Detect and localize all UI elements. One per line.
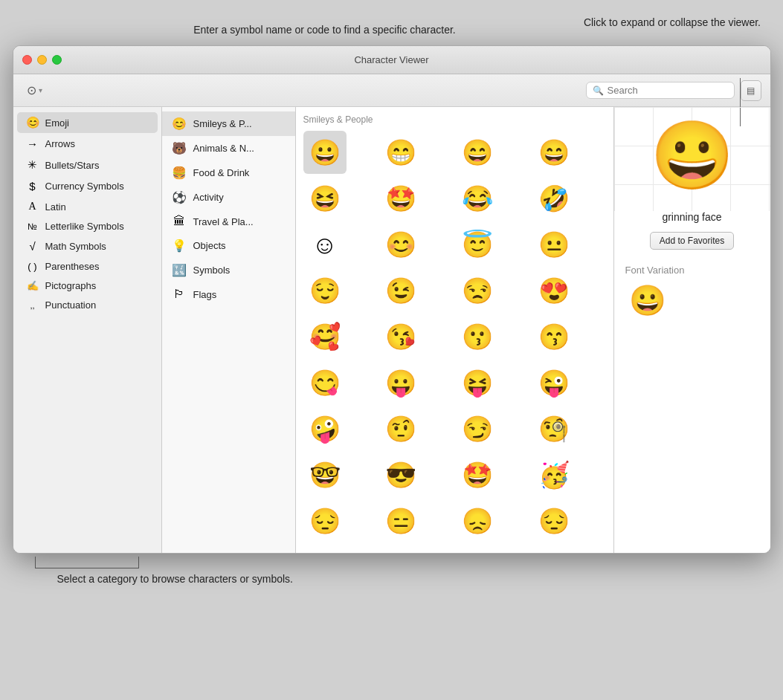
emoji-cell[interactable]: 😝 [456, 361, 499, 404]
detail-emoji: 😀 [651, 122, 734, 189]
currency-icon: $ [26, 180, 39, 192]
emoji-cell[interactable]: 😒 [456, 269, 499, 312]
add-to-favorites-button[interactable]: Add to Favorites [650, 232, 734, 250]
emoji-cell[interactable]: 😎 [379, 453, 422, 496]
emoji-cell[interactable]: 🤩 [379, 177, 422, 220]
emoji-cell[interactable]: 😀 [303, 131, 347, 174]
sidebar-item-letterlike[interactable]: № Letterlike Symbols [17, 217, 158, 236]
character-viewer-window: Character Viewer ⊙ ▾ 🔍 ▤ 😊 Emoji → Arrow… [13, 45, 771, 554]
detail-character-name: grinning face [662, 211, 721, 223]
close-button[interactable] [22, 55, 32, 65]
annotation-arrow [740, 78, 741, 126]
maximize-button[interactable] [52, 55, 62, 65]
menu-button[interactable]: ⊙ ▾ [22, 81, 47, 100]
cat-item-food[interactable]: 🍔 Food & Drink [162, 161, 295, 185]
expand-icon: ▤ [747, 85, 755, 96]
search-icon: 🔍 [593, 85, 604, 96]
emoji-cell[interactable]: 😜 [532, 361, 576, 404]
sidebar-label-punctuation: Punctuation [45, 299, 97, 311]
emoji-cell[interactable]: 😆 [303, 177, 347, 220]
sidebar-item-emoji[interactable]: 😊 Emoji [17, 112, 158, 133]
cat-item-symbols[interactable]: 🔣 Symbols [162, 258, 295, 282]
emoji-cell[interactable]: 😑 [379, 499, 422, 542]
flags-cat-icon: 🏳 [171, 288, 187, 301]
emoji-cell[interactable]: 🤨 [379, 407, 422, 450]
emoji-cell[interactable]: 😞 [456, 499, 499, 542]
sidebar-label-parentheses: Parentheses [45, 261, 100, 272]
bullets-icon: ✳ [26, 158, 39, 172]
expand-collapse-button[interactable]: ▤ [741, 80, 761, 101]
activity-cat-icon: ⚽ [171, 190, 187, 204]
content-area: 😊 Emoji → Arrows ✳ Bullets/Stars $ Curre… [13, 107, 770, 553]
annotation-category-browse: Select a category to browse characters o… [57, 571, 293, 587]
font-variation-title: Font Variation [625, 265, 685, 276]
emoji-cell[interactable]: ☺️ [303, 223, 347, 266]
cat-item-objects[interactable]: 💡 Objects [162, 233, 295, 258]
parentheses-icon: ( ) [26, 261, 39, 272]
cat-label-objects: Objects [193, 240, 226, 251]
objects-cat-icon: 💡 [171, 239, 187, 253]
emoji-cell[interactable]: 😇 [456, 223, 499, 266]
emoji-cell[interactable]: 😗 [456, 315, 499, 358]
cat-label-flags: Flags [193, 289, 217, 300]
emoji-cell[interactable]: 🤓 [303, 453, 347, 496]
sidebar-item-math[interactable]: √ Math Symbols [17, 236, 158, 256]
emoji-cell[interactable]: 🤪 [303, 407, 347, 450]
sidebar-label-math: Math Symbols [45, 241, 106, 252]
emoji-cell[interactable]: 😉 [379, 269, 422, 312]
emoji-grid: 😀 😁 😄 😄 😆 🤩 😂 🤣 ☺️ 😊 😇 😐 😌 😉 😒 😍 [303, 131, 606, 542]
emoji-cell[interactable]: 😘 [379, 315, 422, 358]
sidebar-label-emoji: Emoji [45, 117, 70, 129]
cat-item-flags[interactable]: 🏳 Flags [162, 282, 295, 306]
cat-label-symbols: Symbols [193, 265, 231, 276]
emoji-cell[interactable]: 😊 [379, 223, 422, 266]
emoji-cell[interactable]: 😄 [456, 131, 499, 174]
emoji-cell[interactable]: 🤩 [456, 453, 499, 496]
pictographs-icon: ✍ [26, 280, 39, 291]
emoji-cell[interactable]: 😄 [532, 131, 576, 174]
emoji-cell[interactable]: 😂 [456, 177, 499, 220]
sidebar-label-letterlike: Letterlike Symbols [45, 221, 124, 232]
cat-item-travel[interactable]: 🏛 Travel & Pla... [162, 210, 295, 233]
sidebar-left: 😊 Emoji → Arrows ✳ Bullets/Stars $ Curre… [13, 107, 162, 553]
emoji-cell[interactable]: 😏 [456, 407, 499, 450]
font-variation-emoji[interactable]: 😀 [629, 283, 666, 318]
sidebar-label-latin: Latin [45, 201, 66, 213]
sidebar-item-arrows[interactable]: → Arrows [17, 134, 158, 154]
emoji-cell[interactable]: 🥳 [532, 453, 576, 496]
emoji-cell[interactable]: 😙 [532, 315, 576, 358]
emoji-cell[interactable]: 😌 [303, 269, 347, 312]
sidebar-item-pictographs[interactable]: ✍ Pictographs [17, 276, 158, 295]
traffic-lights [22, 55, 62, 65]
sidebar-item-currency[interactable]: $ Currency Symbols [17, 176, 158, 196]
emoji-cell[interactable]: 😐 [532, 223, 576, 266]
sidebar-label-currency: Currency Symbols [45, 181, 124, 192]
cat-label-food: Food & Drink [193, 167, 250, 178]
emoji-cell[interactable]: 😍 [532, 269, 576, 312]
emoji-cell[interactable]: 😔 [532, 499, 576, 542]
emoji-cell[interactable]: 🧐 [532, 407, 576, 450]
window-title: Character Viewer [354, 54, 428, 65]
cat-item-animals[interactable]: 🐻 Animals & N... [162, 136, 295, 161]
sidebar-item-latin[interactable]: A Latin [17, 197, 158, 216]
sidebar-item-bullets[interactable]: ✳ Bullets/Stars [17, 155, 158, 175]
sidebar-label-pictographs: Pictographs [45, 280, 97, 291]
food-cat-icon: 🍔 [171, 166, 187, 180]
cat-item-activity[interactable]: ⚽ Activity [162, 185, 295, 210]
emoji-cell[interactable]: 😔 [303, 499, 347, 542]
cat-label-animals: Animals & N... [193, 143, 254, 154]
cat-item-smileys[interactable]: 😊 Smileys & P... [162, 111, 295, 136]
cat-label-smileys: Smileys & P... [193, 118, 252, 129]
emoji-cell[interactable]: 😋 [303, 361, 347, 404]
emoji-cell[interactable]: 🤣 [532, 177, 576, 220]
emoji-cell[interactable]: 🥰 [303, 315, 347, 358]
search-input[interactable] [608, 85, 728, 96]
sidebar-item-parentheses[interactable]: ( ) Parentheses [17, 257, 158, 276]
emoji-cell[interactable]: 😛 [379, 361, 422, 404]
sidebar-item-punctuation[interactable]: ,, Punctuation [17, 296, 158, 314]
minimize-button[interactable] [37, 55, 47, 65]
titlebar: Character Viewer [13, 46, 770, 74]
toolbar: ⊙ ▾ 🔍 ▤ [13, 74, 770, 107]
symbols-cat-icon: 🔣 [171, 263, 187, 277]
emoji-cell[interactable]: 😁 [379, 131, 422, 174]
